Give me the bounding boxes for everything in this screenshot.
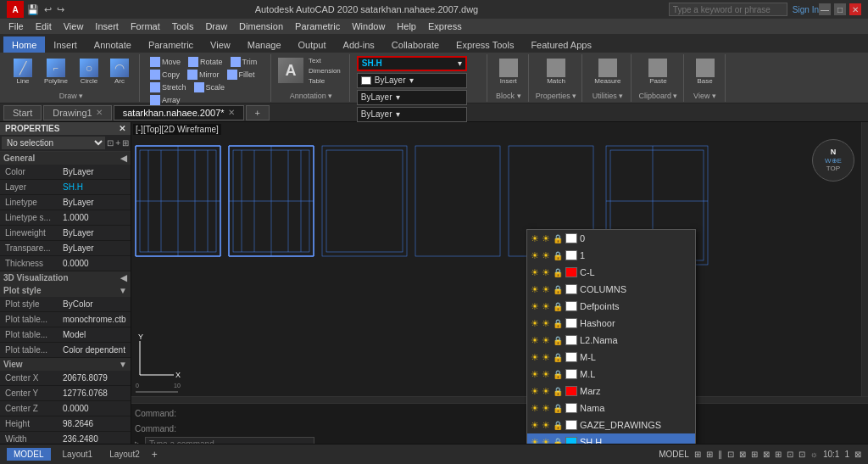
- grid-icon[interactable]: ⊞: [694, 450, 701, 459]
- properties-panel-title[interactable]: PROPERTIES ✕: [0, 122, 131, 135]
- viz3d-section-header[interactable]: 3D Visualization ◀: [0, 271, 131, 284]
- transparency-icon[interactable]: ⊡: [787, 450, 793, 459]
- quick-access-toolbar[interactable]: 💾 ↩ ↪: [27, 4, 64, 15]
- trim-button[interactable]: Trim: [227, 56, 261, 68]
- tab-addins[interactable]: Add-ins: [335, 36, 383, 53]
- layout1-tab[interactable]: Layout1: [58, 448, 98, 461]
- tab-collaborate[interactable]: Collaborate: [383, 36, 448, 53]
- quick-select-icon[interactable]: ⊡: [107, 138, 114, 148]
- mirror-button[interactable]: Mirror: [184, 69, 223, 81]
- model-tab[interactable]: MODEL: [7, 448, 51, 461]
- select-filter-icon[interactable]: ⊞: [122, 138, 129, 148]
- menu-insert[interactable]: Insert: [90, 20, 124, 32]
- plotstyle-expand-icon[interactable]: ▼: [119, 286, 127, 295]
- menu-draw[interactable]: Draw: [200, 20, 232, 32]
- layer-current-dropdown[interactable]: SH.H ▾: [357, 56, 467, 71]
- menu-format[interactable]: Format: [125, 20, 165, 32]
- sel-filter-icon[interactable]: ⊡: [798, 450, 805, 459]
- undo-icon[interactable]: ↩: [44, 4, 52, 15]
- redo-icon[interactable]: ↪: [57, 4, 64, 15]
- arc-button[interactable]: ◠ Arc: [105, 56, 134, 87]
- tab-manage[interactable]: Manage: [239, 36, 290, 53]
- close-drawing1[interactable]: ✕: [96, 108, 103, 117]
- layer-item-shh[interactable]: ☀ ☀ 🔒 SH.H: [527, 433, 695, 444]
- general-collapse-icon[interactable]: ◀: [120, 154, 127, 163]
- save-icon[interactable]: 💾: [27, 4, 39, 15]
- view-section-header[interactable]: View ▼: [0, 358, 131, 371]
- annotation-scale[interactable]: 10:1: [823, 450, 839, 459]
- otrack-icon[interactable]: ⊞: [751, 450, 758, 459]
- ducs-icon[interactable]: ⊠: [763, 450, 770, 459]
- layer-item-ml[interactable]: ☀ ☀ 🔒 M-L: [527, 349, 695, 366]
- layer-item-gaze[interactable]: ☀ ☀ 🔒 GAZE_DRAWINGS: [527, 416, 695, 433]
- tab-current-file[interactable]: satarkhan.nahaee.2007* ✕: [114, 105, 244, 120]
- menu-window[interactable]: Window: [347, 20, 390, 32]
- user-signin[interactable]: Sign In: [793, 5, 819, 14]
- menu-edit[interactable]: Edit: [31, 20, 57, 32]
- menu-file[interactable]: File: [3, 20, 29, 32]
- tab-featured[interactable]: Featured Apps: [522, 36, 600, 53]
- osnap-icon[interactable]: ⊠: [739, 450, 746, 459]
- viz3d-expand-icon[interactable]: ◀: [120, 273, 127, 282]
- drawing-canvas-area[interactable]: [-][Top][2D Wireframe]: [131, 122, 868, 444]
- menu-parametric[interactable]: Parametric: [290, 20, 345, 32]
- layer-item-marz[interactable]: ☀ ☀ 🔒 Marz: [527, 383, 695, 400]
- layer-item-l2nama[interactable]: ☀ ☀ 🔒 L2.Nama: [527, 332, 695, 349]
- ws-icon[interactable]: 1: [844, 450, 849, 459]
- menu-express[interactable]: Express: [423, 20, 467, 32]
- minimize-button[interactable]: —: [819, 3, 831, 15]
- stretch-button[interactable]: Stretch: [147, 81, 190, 93]
- layer-item-1[interactable]: ☀ ☀ 🔒 1: [527, 247, 695, 264]
- menu-dimension[interactable]: Dimension: [234, 20, 288, 32]
- paste-button[interactable]: Paste: [643, 56, 672, 87]
- layer-item-0[interactable]: ☀ ☀ 🔒 0: [527, 230, 695, 247]
- command-input[interactable]: [145, 437, 314, 444]
- layer-item-hashoor[interactable]: ☀ ☀ 🔒 Hashoor: [527, 315, 695, 332]
- horizontal-scrollbar[interactable]: [131, 396, 868, 403]
- snap-icon[interactable]: ⊞: [706, 450, 713, 459]
- layer-lineweight-dropdown[interactable]: ByLayer▾: [357, 107, 467, 122]
- circle-button[interactable]: ○ Circle: [75, 56, 103, 87]
- tab-drawing1[interactable]: Drawing1 ✕: [43, 105, 111, 120]
- tab-home[interactable]: Home: [3, 36, 45, 53]
- panel-close-icon[interactable]: ✕: [119, 124, 125, 133]
- ortho-icon[interactable]: ∥: [718, 450, 722, 459]
- plot-style-section-header[interactable]: Plot style ▼: [0, 284, 131, 297]
- view-expand-icon[interactable]: ▼: [119, 360, 127, 369]
- polar-icon[interactable]: ⊡: [727, 450, 734, 459]
- scale-button[interactable]: Scale: [191, 81, 229, 93]
- selection-dropdown[interactable]: No selection: [2, 137, 105, 149]
- close-current[interactable]: ✕: [228, 108, 235, 117]
- match-properties-button[interactable]: Match: [542, 56, 570, 87]
- text-button[interactable]: A: [278, 58, 303, 83]
- polyline-button[interactable]: ⌐ Polyline: [39, 56, 73, 87]
- menu-view[interactable]: View: [58, 20, 89, 32]
- close-button[interactable]: ✕: [849, 3, 861, 15]
- tab-parametric[interactable]: Parametric: [140, 36, 202, 53]
- insert-button[interactable]: Insert: [494, 56, 523, 87]
- menu-tools[interactable]: Tools: [167, 20, 199, 32]
- measure-button[interactable]: Measure: [589, 56, 626, 87]
- tab-insert[interactable]: Insert: [45, 36, 86, 53]
- lwt-icon[interactable]: ⊞: [775, 450, 782, 459]
- layer-item-nama[interactable]: ☀ ☀ 🔒 Nama: [527, 400, 695, 416]
- layer-linetype-dropdown[interactable]: ByLayer▾: [357, 90, 467, 105]
- tab-start[interactable]: Start: [3, 105, 42, 120]
- tab-new[interactable]: +: [246, 105, 270, 120]
- layer-dropdown-arrow[interactable]: ▾: [458, 59, 462, 68]
- statusbar-model-label[interactable]: MODEL: [659, 450, 689, 459]
- add-layout-icon[interactable]: +: [152, 449, 158, 461]
- layer-item-defpoints[interactable]: ☀ ☀ 🔒 Defpoints: [527, 298, 695, 315]
- tab-view[interactable]: View: [202, 36, 239, 53]
- table-button[interactable]: Table: [305, 76, 344, 86]
- menu-help[interactable]: Help: [392, 20, 421, 32]
- tab-output[interactable]: Output: [290, 36, 335, 53]
- general-section-header[interactable]: General ◀: [0, 152, 131, 165]
- tab-annotate[interactable]: Annotate: [86, 36, 140, 53]
- maximize-button[interactable]: □: [834, 3, 846, 15]
- text-small-button[interactable]: Text: [305, 56, 344, 65]
- move-button[interactable]: Move: [147, 56, 184, 68]
- sun-icon[interactable]: ☼: [810, 450, 818, 459]
- layout2-tab[interactable]: Layout2: [104, 448, 145, 461]
- settings-icon[interactable]: ⊠: [854, 450, 861, 459]
